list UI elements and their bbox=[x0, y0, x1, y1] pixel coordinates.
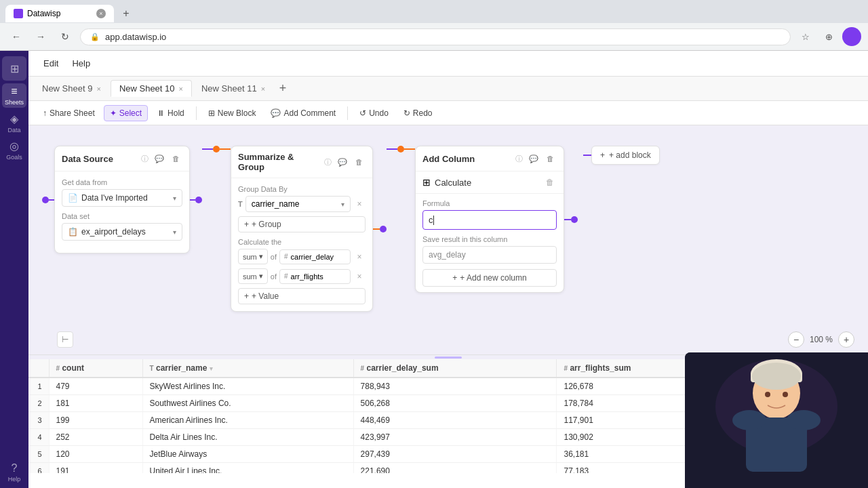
sidebar-item-sheets[interactable]: ≡ Sheets bbox=[2, 83, 26, 108]
select-label: Select bbox=[119, 108, 142, 118]
collapse-sidebar-button[interactable]: ⊢ bbox=[57, 331, 73, 348]
add-block-line bbox=[583, 155, 591, 156]
cell-count: 252 bbox=[49, 429, 142, 446]
browser-titlebar: Datawisp × + bbox=[0, 0, 868, 23]
data-source-delete-btn[interactable]: 🗑 bbox=[169, 152, 182, 165]
back-button[interactable]: ← bbox=[7, 27, 26, 46]
calculate-delete-btn[interactable]: 🗑 bbox=[543, 176, 557, 189]
add-value-btn[interactable]: + + Value bbox=[238, 288, 366, 304]
cell-carrier-name: American Airlines Inc. bbox=[142, 412, 353, 429]
select-button[interactable]: ✦ Select bbox=[104, 105, 148, 121]
sort-icon-carrier: ▾ bbox=[210, 365, 213, 372]
browser-tab-active[interactable]: Datawisp × bbox=[5, 5, 114, 22]
add-group-btn[interactable]: + + Group bbox=[238, 216, 366, 232]
data-set-chevron: ▾ bbox=[173, 228, 176, 236]
star-button[interactable]: ☆ bbox=[796, 27, 815, 46]
extensions-button[interactable]: ⊕ bbox=[819, 27, 838, 46]
add-comment-button[interactable]: 💬 Add Comment bbox=[264, 105, 342, 121]
sheet-tab-2[interactable]: New Sheet 10 × bbox=[111, 80, 192, 97]
col-header-count[interactable]: # count bbox=[49, 359, 142, 378]
calc-func-2[interactable]: sum ▾ bbox=[238, 268, 268, 284]
help-icon: ? bbox=[12, 462, 18, 474]
summarize-block: Summarize & Group ⓘ 💬 🗑 Group Data By T bbox=[231, 146, 373, 312]
forward-button[interactable]: → bbox=[31, 27, 50, 46]
reload-button[interactable]: ↻ bbox=[56, 27, 75, 46]
zoom-in-button[interactable]: + bbox=[838, 331, 854, 348]
formula-label: Formula bbox=[416, 194, 564, 207]
data-source-comment-btn[interactable]: 💬 bbox=[153, 152, 166, 165]
tab-close-button[interactable]: × bbox=[96, 9, 106, 18]
svg-point-5 bbox=[752, 363, 801, 390]
user-avatar[interactable] bbox=[842, 27, 861, 46]
row-num: 1 bbox=[28, 378, 49, 395]
undo-button[interactable]: ↺ Undo bbox=[353, 105, 395, 121]
share-sheet-button[interactable]: ↑ Share Sheet bbox=[37, 105, 101, 121]
url-display: app.datawisp.io bbox=[105, 32, 166, 42]
comment-icon: 💬 bbox=[271, 108, 281, 118]
add-block-button[interactable]: + + add block bbox=[591, 146, 660, 165]
group-field-type-icon: T bbox=[238, 200, 243, 208]
data-source-right-dot bbox=[195, 197, 202, 203]
sidebar-item-help[interactable]: ? Help bbox=[2, 460, 26, 485]
calc-func-2-chevron: ▾ bbox=[259, 272, 263, 281]
app-topbar: Edit Help bbox=[28, 51, 868, 77]
calc-col-1[interactable]: # carrier_delay bbox=[279, 249, 351, 264]
new-tab-button[interactable]: + bbox=[117, 4, 136, 23]
add-new-column-btn[interactable]: + + Add new column bbox=[422, 269, 557, 287]
add-column-block-container: Add Column ⓘ 💬 🗑 ⊞ Calculate 🗑 bbox=[415, 146, 578, 293]
edit-menu[interactable]: Edit bbox=[37, 51, 65, 77]
toolbar: ↑ Share Sheet ✦ Select ⏸ Hold ⊞ New Bloc… bbox=[28, 101, 868, 125]
data-source-select-text: 📄 Data I've Imported bbox=[68, 193, 148, 203]
calc-col-2-value: arr_flights bbox=[291, 272, 323, 281]
sheet-tab-3[interactable]: New Sheet 11 × bbox=[193, 81, 273, 96]
col-header-carrier-name[interactable]: T carrier_name ▾ bbox=[142, 359, 353, 378]
new-block-button[interactable]: ⊞ New Block bbox=[202, 105, 262, 121]
sheet-tab-2-close[interactable]: × bbox=[179, 85, 183, 93]
data-set-select[interactable]: 📋 ex_airport_delays ▾ bbox=[62, 223, 182, 241]
address-bar[interactable]: 🔒 app.datawisp.io bbox=[80, 28, 791, 45]
formula-input[interactable]: c bbox=[422, 210, 557, 230]
add-column-comment-btn[interactable]: 💬 bbox=[527, 152, 540, 165]
group-remove-btn[interactable]: × bbox=[353, 198, 366, 210]
add-group-icon: + bbox=[244, 220, 249, 229]
help-menu[interactable]: Help bbox=[65, 51, 97, 77]
conn-seg-4 bbox=[404, 148, 415, 150]
col-header-carrier-delay[interactable]: # carrier_delay_sum bbox=[353, 359, 557, 378]
group-by-row: T carrier_name ▾ × bbox=[238, 196, 366, 212]
sidebar-item-goals[interactable]: ◎ Goals bbox=[2, 138, 26, 162]
sheet-tab-2-label: New Sheet 10 bbox=[119, 83, 175, 94]
hold-button[interactable]: ⏸ Hold bbox=[151, 105, 191, 121]
sheet-tab-3-close[interactable]: × bbox=[261, 85, 265, 93]
calc-func-1[interactable]: sum ▾ bbox=[238, 249, 268, 264]
sheet-tab-1[interactable]: New Sheet 9 × bbox=[34, 81, 109, 96]
data-source-select[interactable]: 📄 Data I've Imported ▾ bbox=[62, 189, 182, 207]
sheet-tab-1-close[interactable]: × bbox=[96, 85, 100, 93]
save-col-input[interactable]: avg_delay bbox=[422, 246, 557, 264]
summarize-delete-btn[interactable]: 🗑 bbox=[352, 155, 366, 169]
calc-remove-1[interactable]: × bbox=[353, 251, 366, 263]
data-source-info-icon: ⓘ bbox=[141, 154, 149, 164]
data-source-left-dot bbox=[42, 197, 49, 203]
cell-carrier-name: United Air Lines Inc. bbox=[142, 463, 353, 474]
zoom-out-button[interactable]: − bbox=[788, 331, 804, 348]
summarize-comment-btn[interactable]: 💬 bbox=[336, 155, 349, 169]
of-text-1: of bbox=[271, 253, 277, 261]
conn-orange-dot-2 bbox=[397, 146, 404, 152]
redo-button[interactable]: ↻ Redo bbox=[397, 105, 439, 121]
svg-point-9 bbox=[765, 392, 770, 397]
group-field-select[interactable]: carrier_name ▾ bbox=[245, 196, 351, 212]
cell-count: 120 bbox=[49, 446, 142, 463]
data-source-title: Data Source bbox=[62, 154, 137, 164]
summarize-header: Summarize & Group ⓘ 💬 🗑 bbox=[231, 146, 372, 178]
help-label: Help bbox=[8, 476, 21, 483]
calc-remove-2[interactable]: × bbox=[353, 270, 366, 283]
calc-row-2: sum ▾ of # arr_flights × bbox=[238, 268, 366, 284]
add-column-delete-btn[interactable]: 🗑 bbox=[543, 152, 557, 165]
sidebar-item-home[interactable]: ⊞ bbox=[2, 56, 26, 81]
group-field-value: carrier_name bbox=[252, 199, 300, 209]
sidebar-item-data[interactable]: ◈ Data bbox=[2, 110, 26, 135]
calc-col-2[interactable]: # arr_flights bbox=[279, 269, 351, 284]
toolbar-separator-1 bbox=[196, 106, 197, 120]
calc-func-2-value: sum bbox=[243, 272, 257, 281]
new-sheet-button[interactable]: + bbox=[275, 81, 291, 97]
